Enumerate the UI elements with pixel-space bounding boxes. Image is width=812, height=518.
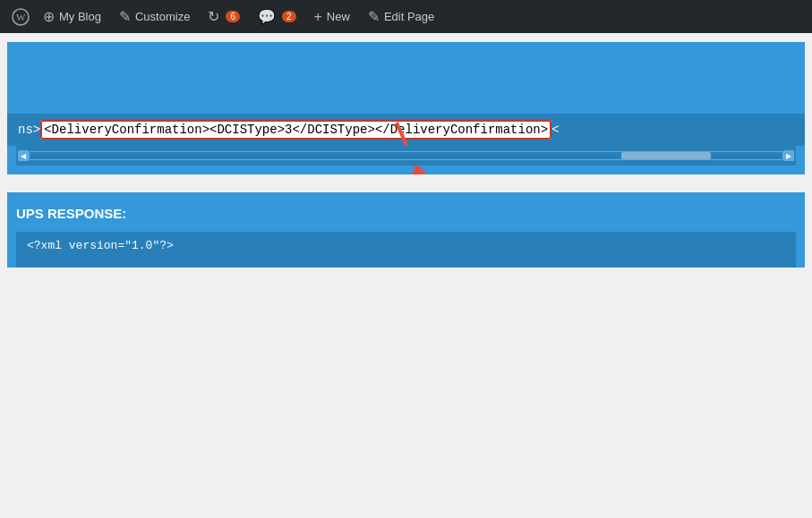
wp-logo[interactable]: W [7,0,34,33]
customize-menu[interactable]: ✎ Customize [110,0,199,33]
ups-response-title: UPS RESPONSE: [16,206,796,221]
horizontal-scrollbar[interactable]: ◀ ▶ [16,146,796,166]
first-code-section: ns><DeliveryConfirmation><DCISType>3</DC… [7,42,805,174]
first-section-wrapper: ns><DeliveryConfirmation><DCISType>3</DC… [0,33,812,183]
bottom-padding [7,166,805,174]
my-blog-label: My Blog [59,10,101,23]
updates-icon: ↻ [208,8,219,25]
scrollbar-thumb[interactable] [621,152,711,159]
second-section-wrapper: UPS RESPONSE: <?xml version="1.0"?> [0,183,812,276]
ups-response-section: UPS RESPONSE: <?xml version="1.0"?> [7,192,805,267]
code-line: ns><DeliveryConfirmation><DCISType>3</DC… [7,114,805,146]
code-before: ns> [18,123,40,137]
comments-badge: 2 [282,11,296,22]
edit-page-label: Edit Page [384,10,434,23]
new-menu[interactable]: + New [305,0,359,33]
ups-section: UPS RESPONSE: <?xml version="1.0"?> [7,192,805,267]
ups-code-line: <?xml version="1.0"?> [27,239,785,252]
customize-icon: ✎ [119,8,131,25]
highlighted-code: <DeliveryConfirmation><DCISType>3</DCIST… [40,120,551,140]
new-icon: + [314,9,322,25]
scroll-left-button[interactable]: ◀ [18,150,29,161]
code-after: < [551,123,559,137]
my-blog-menu[interactable]: ⊕ My Blog [34,0,110,33]
customize-label: Customize [135,10,190,23]
svg-text:W: W [16,12,26,22]
edit-page-icon: ✎ [368,8,380,25]
top-blue-area [7,42,805,114]
page-content: ns><DeliveryConfirmation><DCISType>3</DC… [0,33,812,518]
updates-menu[interactable]: ↻ 6 [199,0,249,33]
admin-bar: W ⊕ My Blog ✎ Customize ↻ 6 💬 2 + New ✎ … [0,0,812,33]
scrollbar-track[interactable] [29,151,783,160]
new-label: New [327,10,350,23]
comments-menu[interactable]: 💬 2 [249,0,305,33]
ups-code-area: <?xml version="1.0"?> [16,232,796,267]
site-icon: ⊕ [43,8,55,25]
scroll-right-button[interactable]: ▶ [783,150,794,161]
comments-icon: 💬 [258,8,276,25]
code-wrapper: ns><DeliveryConfirmation><DCISType>3</DC… [7,114,805,146]
updates-badge: 6 [226,11,240,22]
edit-page-menu[interactable]: ✎ Edit Page [359,0,443,33]
